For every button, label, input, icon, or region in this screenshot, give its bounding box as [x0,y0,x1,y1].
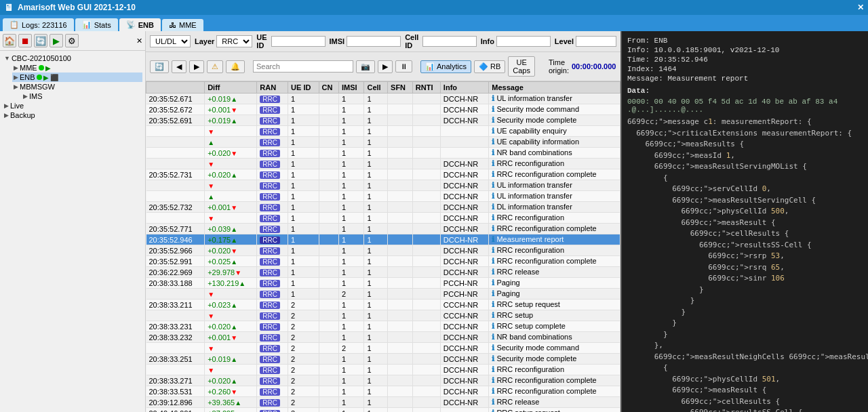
table-row[interactable]: 20:38:33.531 +0.260▼ RRC 2 1 1 DCCH-NR ℹ… [146,386,620,397]
ue-id-input[interactable] [271,36,326,47]
col-imsi: IMSI [339,82,364,94]
cell-ue-id: 1 [288,115,319,126]
tab-mme[interactable]: 🖧 MME [162,19,203,31]
table-row[interactable]: +0.020▼ RRC 1 1 1 ℹ NR band combinations [146,148,620,159]
info-input[interactable] [496,36,551,47]
table-row[interactable]: 20:39:12.896 +39.365▲ RRC 2 1 1 DCCH-NR … [146,397,620,408]
table-row[interactable]: ▲ RRC 1 1 1 ℹ UE capability information [146,137,620,148]
play-btn[interactable]: ▶ [378,60,393,73]
cell-diff: +0.019▲ [205,354,257,365]
cell-diff: +87.095▼ [205,408,257,413]
table-row[interactable]: 20:38:33.232 +0.001▼ RRC 2 1 1 DCCH-NR ℹ… [146,332,620,343]
cell-cn [319,343,338,354]
table-row[interactable]: 20:36:22.969 +29.978▼ RRC 1 1 1 DCCH-NR … [146,267,620,278]
from-line: From: ENB [627,37,863,45]
tab-enb[interactable]: 📡 ENB [119,18,161,31]
cell-sfn [388,159,413,169]
cell-info: PCCH-NR [440,278,488,289]
table-row[interactable]: 20:38:33.271 +0.020▲ RRC 2 1 1 DCCH-NR ℹ… [146,375,620,386]
imsi-input[interactable] [347,36,401,47]
sidebar-home-btn[interactable]: 🏠 [3,34,16,47]
col-message: Message [489,82,620,94]
sidebar-close-btn[interactable]: ✕ [136,37,142,45]
table-row[interactable]: ▼ RRC 2 2 1 DCCH-NR ℹ Security mode comm… [146,343,620,354]
enb-status-dot [37,75,42,80]
table-row[interactable]: ▲ RRC 1 1 1 DCCH-NR ℹ UL information tra… [146,191,620,202]
cell-rnti [412,321,440,332]
cell-diff: +0.175▲ [205,234,257,245]
refresh-btn[interactable]: 🔄 [150,60,169,73]
table-row[interactable]: 20:40:46.991 +87.095▼ RRC 3 1 1 ℹ RRC se… [146,408,620,413]
warning-btn[interactable]: ⚠ [207,60,223,73]
rb-btn[interactable]: 🔷 RB [474,60,505,73]
cell-diff: +0.025▲ [205,256,257,267]
table-row[interactable]: ▼ RRC 1 1 1 ℹ UE capability enquiry [146,126,620,137]
tree-live[interactable]: ▶ Live [3,101,142,110]
table-row[interactable]: 20:35:52.991 +0.025▲ RRC 1 1 1 DCCH-NR ℹ… [146,256,620,267]
cell-cn [319,202,338,213]
cell-ue-id: 1 [288,234,319,245]
table-row[interactable]: ▼ RRC 1 1 1 DCCH-NR ℹ RRC reconfiguratio… [146,213,620,224]
tree-mme[interactable]: ▶ MME ▶ [12,63,142,73]
sidebar-refresh-btn[interactable]: 🔄 [34,34,47,47]
search-input[interactable] [253,60,353,73]
table-row[interactable]: 20:38:33.211 +0.023▲ RRC 2 1 1 CCCH-NR ℹ… [146,300,620,310]
cell-diff: ▼ [205,159,257,169]
cell-cell: 1 [364,126,388,137]
cell-info [440,126,488,137]
analytics-btn[interactable]: 📊 Analytics [420,60,471,73]
cell-message: ℹ RRC reconfiguration complete [489,256,620,267]
tree-backup[interactable]: ▶ Backup [3,110,142,120]
back-btn[interactable]: ◀ [172,60,186,73]
table-row[interactable]: 20:35:52.691 +0.019▲ RRC 1 1 1 DCCH-NR ℹ… [146,115,620,126]
cell-id-input[interactable] [422,36,477,47]
level-input[interactable] [576,36,616,47]
cell-message: ℹ RRC setup [489,310,620,321]
table-row[interactable]: ▼ RRC 2 1 1 DCCH-NR ℹ RRC reconfiguratio… [146,365,620,375]
table-row[interactable]: 20:35:52.771 +0.039▲ RRC 1 1 1 DCCH-NR ℹ… [146,224,620,234]
cell-imsi: 1 [339,321,364,332]
forward-btn[interactable]: ▶ [189,60,204,73]
pause-btn[interactable]: ⏸ [395,60,412,73]
table-row[interactable]: 20:38:33.251 +0.019▲ RRC 2 1 1 DCCH-NR ℹ… [146,354,620,365]
table-row[interactable]: 20:38:33.188 +130.219▲ RRC 1 1 1 PCCH-NR… [146,278,620,289]
ue-caps-btn[interactable]: UE Caps [508,56,535,77]
alert-btn[interactable]: 🔔 [226,60,245,73]
cell-cn [319,365,338,375]
tree-ims[interactable]: ▶ IMS [22,91,142,101]
table-row[interactable]: 20:35:52.731 +0.020▲ RRC 1 1 1 DCCH-NR ℹ… [146,169,620,180]
cell-cn [319,180,338,191]
cell-cell: 1 [364,300,388,310]
tab-stats[interactable]: 📊 Stats [75,18,118,31]
tree-mbmsgw[interactable]: ▶ MBMSGW [12,82,142,91]
table-row[interactable]: 20:38:33.231 +0.020▲ RRC 2 1 1 DCCH-NR ℹ… [146,321,620,332]
tab-logs[interactable]: 📋 Logs: 223116 [3,18,74,31]
table-row[interactable]: ▼ RRC 1 1 1 DCCH-NR ℹ RRC reconfiguratio… [146,159,620,169]
table-row[interactable]: ▼ RRC 1 2 1 PCCH-NR ℹ Paging [146,289,620,300]
col-ran: RAN [257,82,288,94]
sidebar-settings-btn[interactable]: ⚙ [65,34,79,47]
cell-message: ℹ NR band combinations [489,332,620,343]
sidebar-stop-btn[interactable]: ⏹ [18,34,32,47]
cell-time: 20:35:52.966 [146,245,205,256]
tree-enb[interactable]: ▶ ENB ▶ ⬛ [12,73,142,82]
app-title: Amarisoft Web GUI 2021-12-10 [18,3,136,12]
table-row[interactable]: 20:35:52.946 +0.175▲ RRC 1 1 1 DCCH-NR ℹ… [146,234,620,245]
search-camera-btn[interactable]: 📷 [356,60,375,73]
cell-imsi: 2 [339,289,364,300]
close-button[interactable]: ✕ [857,3,864,12]
cell-message: ℹ RRC release [489,267,620,278]
layer-select[interactable]: RRCMACPHY [216,35,252,47]
table-row[interactable]: 20:35:52.966 +0.020▼ RRC 1 1 1 DCCH-NR ℹ… [146,245,620,256]
table-row[interactable]: 20:35:52.671 +0.019▲ RRC 1 1 1 DCCH-NR ℹ… [146,94,620,104]
table-row[interactable]: 20:35:52.672 +0.001▼ RRC 1 1 1 DCCH-NR ℹ… [146,104,620,115]
table-row[interactable]: 20:35:52.732 +0.001▼ RRC 1 1 1 DCCH-NR ℹ… [146,202,620,213]
sidebar-connect-btn[interactable]: ▶ [50,34,63,47]
cell-rnti [412,310,440,321]
mode-select[interactable]: UL/DLULDL [150,35,191,47]
table-row[interactable]: ▼ RRC 1 1 1 DCCH-NR ℹ UL information tra… [146,180,620,191]
cell-sfn [388,245,413,256]
table-row[interactable]: ▼ RRC 2 1 1 CCCH-NR ℹ RRC setup [146,310,620,321]
table-container[interactable]: Diff RAN UE ID CN IMSI Cell SFN RNTI Inf… [146,81,620,412]
tree-root[interactable]: ▼ CBC-2021050100 [3,54,142,63]
